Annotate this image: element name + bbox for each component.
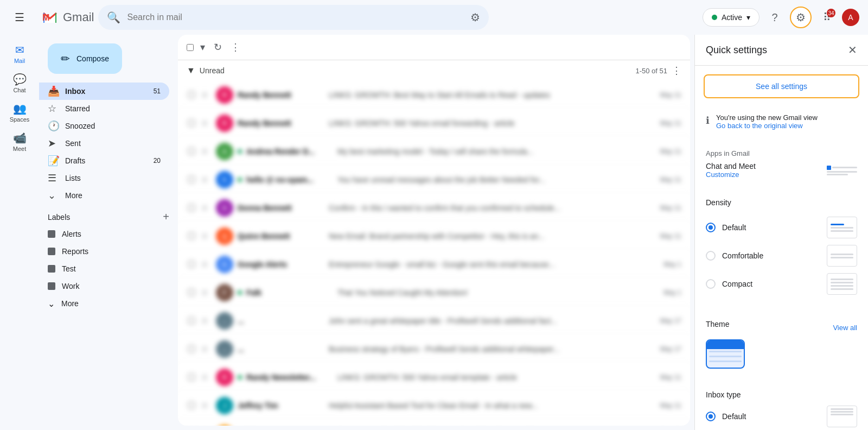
email-row[interactable]: ☆ ... ... Business strategy of Byers - P…	[178, 335, 690, 363]
sidebar-icon-spaces[interactable]: 👥 Spaces	[0, 98, 39, 127]
search-options-icon[interactable]: ⚙	[470, 11, 480, 24]
email-checkbox[interactable]	[187, 119, 196, 127]
email-row[interactable]: ☆ R Randy Bennett LINKS: GROWTH: 500 Yah…	[178, 109, 690, 137]
density-default-option[interactable]: Default	[706, 213, 857, 242]
email-row[interactable]: ☆ R Randy Newsletter... LINKS: GROWTH: 5…	[178, 363, 690, 391]
density-compact-radio[interactable]	[706, 279, 716, 289]
email-row[interactable]: ☆ h hello @ no-spam... You have unread m…	[178, 166, 690, 194]
email-checkbox[interactable]	[187, 261, 196, 268]
inbox-default-radio[interactable]	[706, 412, 716, 421]
inbox-default-option[interactable]: Default	[706, 406, 857, 427]
star-icon[interactable]: ☆	[201, 231, 212, 241]
star-icon[interactable]: ☆	[201, 118, 212, 128]
star-icon[interactable]: ☆	[201, 344, 212, 354]
select-dropdown-button[interactable]: ▾	[198, 39, 207, 55]
email-row[interactable]: ☆ D Donna Bennett Confirm - In this I wa…	[178, 194, 690, 222]
density-comfortable-radio[interactable]	[706, 251, 716, 261]
sender-avatar: D	[216, 199, 233, 217]
sidebar-icon-meet[interactable]: 📹 Meet	[0, 127, 39, 156]
preview-line-3	[831, 230, 853, 232]
label-item-work[interactable]: Work	[39, 277, 178, 295]
sender-name: Falk	[246, 288, 333, 297]
email-row[interactable]: ☆ F Falk That You Noticed Caught My Atte…	[178, 279, 690, 307]
collapse-arrow-icon[interactable]: ▼	[187, 66, 195, 75]
nav-item-inbox[interactable]: 📥 Inbox 51	[39, 83, 169, 100]
star-icon[interactable]: ☆	[201, 146, 212, 156]
label-item-test[interactable]: Test	[39, 260, 178, 277]
email-checkbox[interactable]	[187, 91, 196, 98]
settings-button[interactable]: ⚙	[790, 7, 812, 28]
star-icon[interactable]: ☆	[201, 315, 212, 326]
search-bar[interactable]: 🔍 ⚙	[98, 5, 489, 30]
email-checkbox[interactable]	[187, 374, 196, 381]
inbox-prev-line-1	[831, 408, 853, 410]
compose-button[interactable]: ✏ Compose	[48, 43, 122, 74]
chat-meet-customize-link[interactable]: Customize	[706, 170, 756, 179]
help-button[interactable]: ?	[764, 7, 786, 28]
email-row[interactable]: ☆ ... ... John sent a great whitepaper t…	[178, 307, 690, 335]
sender-name: Andrea Render D...	[246, 147, 333, 156]
active-status-button[interactable]: Active ▾	[703, 8, 760, 27]
sidebar-icon-chat[interactable]: 💬 Chat	[0, 68, 39, 98]
email-row[interactable]: ☆ A Andrea Render D... My best marketing…	[178, 137, 690, 166]
star-icon[interactable]: ☆	[201, 372, 212, 382]
email-row[interactable]: ★ F Fiver Your account is still waiting …	[178, 420, 690, 426]
star-icon[interactable]: ☆	[201, 287, 212, 298]
email-checkbox[interactable]	[187, 289, 196, 296]
star-icon[interactable]: ☆	[201, 400, 212, 410]
preview-line-1	[831, 254, 853, 255]
select-all-checkbox[interactable]	[187, 44, 194, 51]
label-item-reports[interactable]: Reports	[39, 243, 178, 260]
gmail-logo: M Gmail	[39, 7, 94, 28]
email-row[interactable]: ☆ J Jeffrey Tim Helpful Assistant Based …	[178, 391, 690, 420]
theme-view-all-link[interactable]: View all	[833, 324, 857, 332]
avatar[interactable]: A	[842, 9, 859, 26]
label-item-alerts[interactable]: Alerts	[39, 225, 178, 243]
go-back-link[interactable]: Go back to the original view	[716, 122, 818, 130]
refresh-button[interactable]: ↻	[212, 39, 224, 55]
sender-avatar: F	[216, 425, 233, 426]
nav-item-more[interactable]: ⌄ More	[39, 187, 169, 204]
see-all-settings-button[interactable]: See all settings	[704, 74, 859, 98]
density-default-radio[interactable]	[706, 223, 716, 232]
info-icon: ℹ	[706, 115, 710, 127]
density-comfortable-option[interactable]: Comfortable	[706, 242, 857, 270]
email-list-scroll[interactable]: ☆ R Randy Bennett LINKS: GROWTH: Best Wa…	[178, 81, 690, 426]
email-checkbox[interactable]	[187, 232, 196, 239]
email-checkbox[interactable]	[187, 402, 196, 409]
email-checkbox[interactable]	[187, 345, 196, 352]
email-subject: That You Noticed Caught My Attention!	[337, 288, 644, 297]
nav-item-drafts[interactable]: 📝 Drafts 20	[39, 152, 169, 169]
nav-item-snoozed[interactable]: 🕐 Snoozed	[39, 117, 169, 135]
search-input[interactable]	[127, 12, 464, 22]
star-icon[interactable]: ☆	[201, 203, 212, 213]
nav-item-sent[interactable]: ➤ Sent	[39, 135, 169, 152]
email-checkbox[interactable]	[187, 317, 196, 324]
more-toolbar-button[interactable]: ⋮	[228, 39, 242, 55]
sender-avatar: F	[216, 284, 233, 301]
email-row[interactable]: ☆ G Google Alerts Entrepreneur Google - …	[178, 250, 690, 279]
chat-meet-toggle-preview	[827, 166, 857, 175]
email-checkbox[interactable]	[187, 204, 196, 211]
quick-settings-close-button[interactable]: ✕	[848, 43, 857, 56]
theme-thumbnail[interactable]	[706, 339, 745, 369]
email-row[interactable]: ☆ Q Quinn Bennett New Email: Brand partn…	[178, 222, 690, 250]
menu-button[interactable]: ☰	[9, 7, 30, 28]
labels-title: Labels	[48, 213, 70, 222]
star-icon[interactable]: ☆	[201, 90, 212, 100]
google-apps-button[interactable]: ⠿ 34	[816, 7, 838, 28]
labels-section: Labels + Alerts Reports Test Work ⌄ Mo	[39, 208, 178, 312]
nav-item-starred[interactable]: ☆ Starred	[39, 100, 169, 117]
add-label-button[interactable]: +	[163, 211, 169, 223]
sidebar-icon-mail[interactable]: ✉ Mail	[0, 39, 39, 68]
more-labels-icon: ⌄	[48, 299, 55, 309]
label-item-more[interactable]: ⌄ More	[39, 295, 178, 312]
email-checkbox[interactable]	[187, 148, 196, 155]
section-more-icon[interactable]: ⋮	[672, 65, 681, 77]
nav-item-lists[interactable]: ☰ Lists	[39, 169, 169, 187]
email-row[interactable]: ☆ R Randy Bennett LINKS: GROWTH: Best Wa…	[178, 81, 690, 109]
density-compact-option[interactable]: Compact	[706, 270, 857, 298]
email-checkbox[interactable]	[187, 176, 196, 183]
star-icon[interactable]: ☆	[201, 259, 212, 269]
star-icon[interactable]: ☆	[201, 174, 212, 185]
